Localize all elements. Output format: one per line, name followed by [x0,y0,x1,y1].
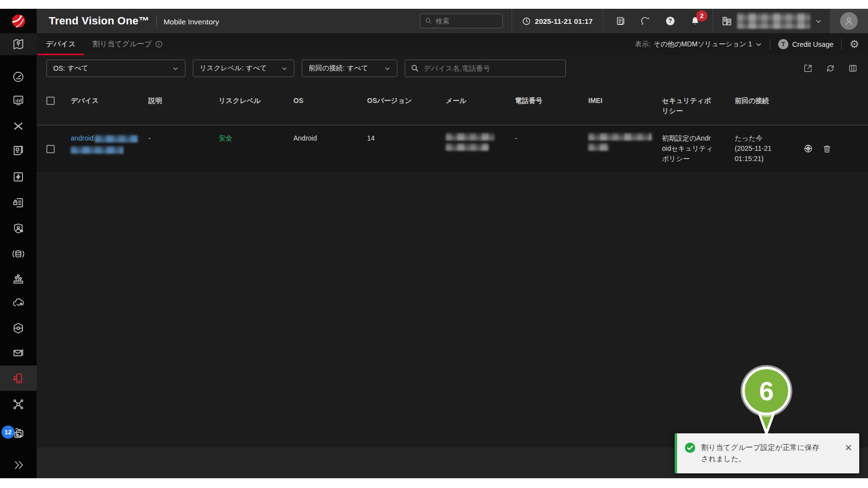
filter-risk-label: リスクレベル: [200,64,244,73]
lightning-box-icon [12,170,25,183]
description-cell: - [142,133,212,143]
sidebar-item-xdr[interactable] [0,113,37,139]
hexagon-gear-icon [12,322,25,335]
cloud-icon [12,296,25,309]
redacted-text [588,143,609,151]
device-search[interactable] [405,60,566,77]
product-title: Trend Vision One™ [49,15,149,27]
credit-usage-button[interactable]: T Credit Usage [778,39,834,49]
locate-device-button[interactable] [802,143,814,155]
sidebar-item-mobile-inventory[interactable] [0,366,37,391]
guided-tour-button[interactable] [640,15,651,27]
view-value: その他のMDMソリューション 1 [654,40,752,49]
console-icon [721,15,733,27]
column-header-imei: IMEI [582,96,656,106]
redacted-text [446,143,489,151]
brand: Trend Vision One™ Mobile Inventory [37,15,219,27]
global-search[interactable] [420,14,503,28]
select-all-checkbox[interactable] [46,97,55,105]
column-header-os: OS [287,96,361,106]
redacted-text [446,133,495,141]
sidebar-item-reports[interactable] [0,87,37,113]
success-toast: 割り当てグループ設定が正常に保存されました。 ✕ [675,433,859,473]
export-icon [803,63,813,73]
sidebar-item-email-security[interactable] [0,340,37,366]
device-name-link[interactable]: android [71,134,94,142]
clock-icon [522,17,531,26]
sidebar-item-detection-model[interactable] [0,138,37,163]
filter-os-dropdown[interactable]: OS: すべて [46,60,186,77]
row-checkbox[interactable] [46,145,55,153]
global-search-input[interactable] [436,17,498,25]
table-toolbar [803,63,858,74]
console-datetime: 2025-11-21 01:17 [535,17,593,25]
notification-count-badge: 2 [696,10,707,21]
divider [770,39,770,50]
column-header-email: メール [439,96,509,106]
envelope-icon [12,346,25,360]
trend-micro-ball-icon [11,13,26,29]
trend-micro-logo[interactable] [0,9,37,33]
tab-devices[interactable]: デバイス [38,33,84,55]
sidebar-item-data-security[interactable] [0,190,37,215]
sidebar-item-attack-surface[interactable] [0,164,37,189]
sidebar-item-identity-security[interactable] [0,216,37,241]
view-label: 表示: [635,40,651,49]
sidebar-expand-button[interactable] [0,452,37,478]
redacted-text [71,146,124,154]
credit-coin-icon: T [778,39,788,49]
device-name-cell: android [64,133,142,154]
table-header-row: デバイス 説明 リスクレベル OS OSバージョン メール 電話番号 IMEI … [37,82,868,125]
filter-last-connected-dropdown[interactable]: 前回の接続: すべて [302,60,397,77]
notifications-button[interactable]: 2 [689,15,701,27]
export-button[interactable] [803,63,813,74]
toast-close-icon[interactable]: ✕ [845,442,852,452]
security-policy-cell: 初期設定のAndroidセキュリティポリシー [662,133,714,164]
user-avatar-button[interactable] [830,9,868,33]
database-icon [12,247,25,261]
device-table: デバイス 説明 リスクレベル OS OSバージョン メール 電話番号 IMEI … [37,82,868,173]
mobile-device-icon [12,372,25,385]
bulb-page-icon [12,144,25,157]
header-icon-group: ? 2 [603,15,713,27]
news-icon [615,16,626,26]
whats-new-button[interactable] [615,15,626,27]
column-settings-button[interactable] [847,63,858,74]
sidebar-item-workflow-automation[interactable] [0,315,37,341]
filter-risk-value: すべて [246,64,267,73]
mdm-view-selector[interactable]: 表示: その他のMDMソリューション 1 [635,40,762,49]
sidebar-item-cloud-security[interactable] [0,290,37,315]
sidebar-item-service-management[interactable]: 12 [0,420,37,446]
filter-risk-dropdown[interactable]: リスクレベル: すべて [193,60,294,77]
tab-assignment-groups[interactable]: 割り当てグループ [84,33,171,55]
console-time: 2025-11-21 01:17 [512,17,602,26]
divider [841,39,842,50]
step-number: 6 [759,376,774,406]
search-icon [425,17,433,25]
sidebar-item-map[interactable] [0,33,37,55]
tab-devices-label: デバイス [46,40,76,49]
settings-gear-icon[interactable]: ⚙ [849,39,859,50]
last-connection-cell: たった今 (2025-11-21 01:15:21) [728,133,799,164]
refresh-button[interactable] [825,63,836,74]
last-connection-relative: たった今 [735,133,799,143]
sidebar-item-network-analysis[interactable] [0,391,37,417]
row-actions [799,143,868,155]
account-menu[interactable] [713,13,830,29]
chevron-down-icon [384,65,391,72]
sidebar-item-dashboard[interactable] [0,64,37,89]
sidebar-item-endpoint-inventory[interactable] [0,265,37,291]
device-search-input[interactable] [424,64,560,72]
email-cell [439,133,509,151]
chevron-down-icon [755,41,762,48]
shield-user-icon [12,222,25,235]
column-header-risk-level: リスクレベル [212,96,287,106]
delete-device-button[interactable] [821,143,833,155]
redacted-account-name [737,13,810,29]
help-button[interactable]: ? [664,15,676,27]
swoosh-tour-icon [640,16,651,26]
sidebar-item-data-lake[interactable] [0,241,37,266]
sidebar: 12 [0,9,37,478]
lock-document-icon [12,196,25,209]
column-header-last-connection: 前回の接続 [728,96,799,106]
